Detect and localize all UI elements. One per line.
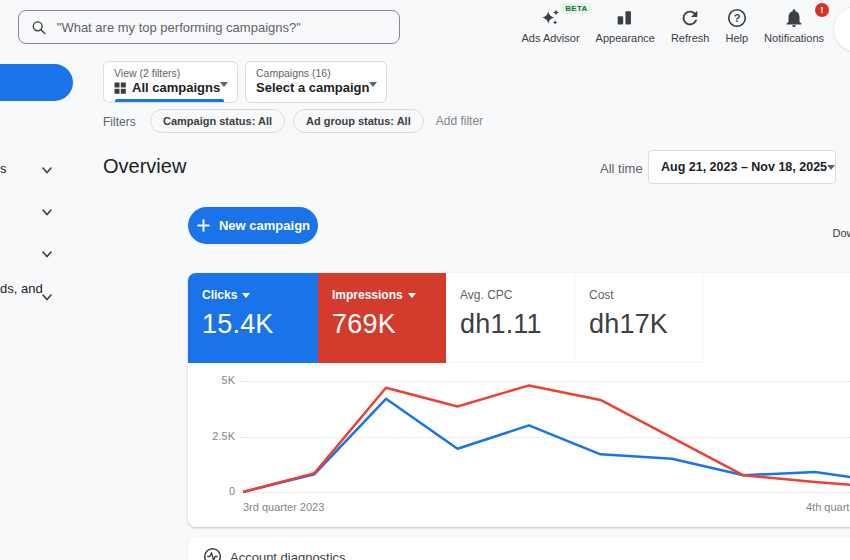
new-campaign-label: New campaign xyxy=(219,218,310,233)
chevron-down-icon xyxy=(408,293,416,298)
filters-label: Filters xyxy=(103,115,136,129)
campaign-select-dropdown[interactable]: Campaigns (16) Select a campaign xyxy=(245,61,387,103)
avg-cpc-metric-value: dh1.11 xyxy=(460,309,574,340)
filter-chip-row: Campaign status: All Ad group status: Al… xyxy=(150,109,483,133)
new-campaign-button[interactable]: New campaign xyxy=(188,207,318,244)
search-icon xyxy=(31,19,47,36)
account-avatar[interactable] xyxy=(833,6,850,52)
ad-group-status-filter-chip[interactable]: Ad group status: All xyxy=(293,109,424,133)
chevron-down-icon[interactable] xyxy=(40,290,54,304)
metric-tab-avg-cpc[interactable]: Avg. CPC dh1.11 xyxy=(446,273,575,363)
clicks-metric-label: Clicks xyxy=(202,288,237,302)
overview-chart-card: Clicks 15.4K Impressions 769K Avg. CPC d… xyxy=(188,273,850,527)
cost-metric-value: dh17K xyxy=(589,309,702,340)
diagnostics-icon xyxy=(203,547,222,560)
refresh-label: Refresh xyxy=(671,32,710,44)
help-label: Help xyxy=(725,32,748,44)
chevron-down-icon xyxy=(827,165,835,170)
chevron-down-icon xyxy=(242,293,250,298)
help-button[interactable]: ? Help xyxy=(725,7,748,44)
impressions-metric-label: Impressions xyxy=(332,288,403,302)
refresh-icon xyxy=(679,7,701,29)
active-view-underline xyxy=(115,99,224,102)
metric-tab-clicks[interactable]: Clicks 15.4K xyxy=(188,273,318,363)
metric-tab-impressions[interactable]: Impressions 769K xyxy=(318,273,446,363)
ads-advisor-label: Ads Advisor xyxy=(522,32,580,44)
bar-chart-icon xyxy=(614,7,636,29)
download-label: Download xyxy=(833,227,850,239)
campaign-select-label: Campaigns (16) xyxy=(256,67,376,79)
account-diagnostics-card[interactable]: Account diagnostics xyxy=(188,537,850,560)
ads-advisor-button[interactable]: BETA Ads Advisor xyxy=(522,7,580,44)
campaign-status-filter-chip[interactable]: Campaign status: All xyxy=(150,109,285,133)
chevron-down-icon[interactable] xyxy=(40,163,54,177)
metric-tab-cost[interactable]: Cost dh17K xyxy=(575,273,703,363)
view-filter-dropdown[interactable]: View (2 filters) All campaigns xyxy=(103,61,238,103)
appearance-button[interactable]: Appearance xyxy=(596,7,655,44)
notification-alert-badge: ! xyxy=(815,3,829,17)
avg-cpc-metric-label: Avg. CPC xyxy=(460,288,512,302)
campaign-select-value: Select a campaign xyxy=(256,79,369,96)
clicks-metric-value: 15.4K xyxy=(202,309,318,340)
view-filter-value: All campaigns xyxy=(132,79,220,96)
chevron-down-icon[interactable] xyxy=(40,247,54,261)
chevron-down-icon xyxy=(369,82,377,87)
sparkle-icon xyxy=(540,7,562,29)
refresh-button[interactable]: Refresh xyxy=(671,7,710,44)
download-button[interactable]: Download xyxy=(827,205,850,239)
notifications-button[interactable]: ! Notifications xyxy=(764,7,824,44)
sidebar-item-label-fragment[interactable]: s xyxy=(0,161,7,176)
performance-line-chart[interactable] xyxy=(188,368,850,527)
impressions-metric-value: 769K xyxy=(332,309,446,340)
sidebar-item-label-fragment[interactable]: ds, and xyxy=(0,281,43,296)
chevron-down-icon xyxy=(220,82,228,87)
plus-icon xyxy=(196,218,211,233)
chart-line-impressions xyxy=(243,385,850,492)
cost-metric-label: Cost xyxy=(589,288,614,302)
page-title: Overview xyxy=(103,155,186,178)
chart-line-clicks xyxy=(243,399,850,492)
bell-icon xyxy=(783,7,805,29)
create-button[interactable] xyxy=(0,64,73,101)
date-range-picker[interactable]: Aug 21, 2023 – Nov 18, 2025 xyxy=(648,150,836,184)
svg-text:?: ? xyxy=(733,12,740,24)
date-range-value: Aug 21, 2023 – Nov 18, 2025 xyxy=(661,160,827,174)
help-icon: ? xyxy=(726,7,748,29)
grid-view-icon xyxy=(114,82,126,94)
notifications-label: Notifications xyxy=(764,32,824,44)
top-search-box[interactable] xyxy=(18,10,400,44)
appearance-label: Appearance xyxy=(596,32,655,44)
search-input[interactable] xyxy=(57,20,387,35)
view-filter-label: View (2 filters) xyxy=(114,67,227,79)
header-actions: BETA Ads Advisor Appearance Refresh xyxy=(522,7,825,44)
google-ads-app: BETA Ads Advisor Appearance Refresh xyxy=(0,0,850,560)
add-filter-button[interactable]: Add filter xyxy=(436,114,483,128)
time-range-label: All time xyxy=(600,161,643,176)
beta-badge: BETA xyxy=(561,3,591,14)
diagnostics-title: Account diagnostics xyxy=(230,550,346,560)
chevron-down-icon[interactable] xyxy=(40,205,54,219)
